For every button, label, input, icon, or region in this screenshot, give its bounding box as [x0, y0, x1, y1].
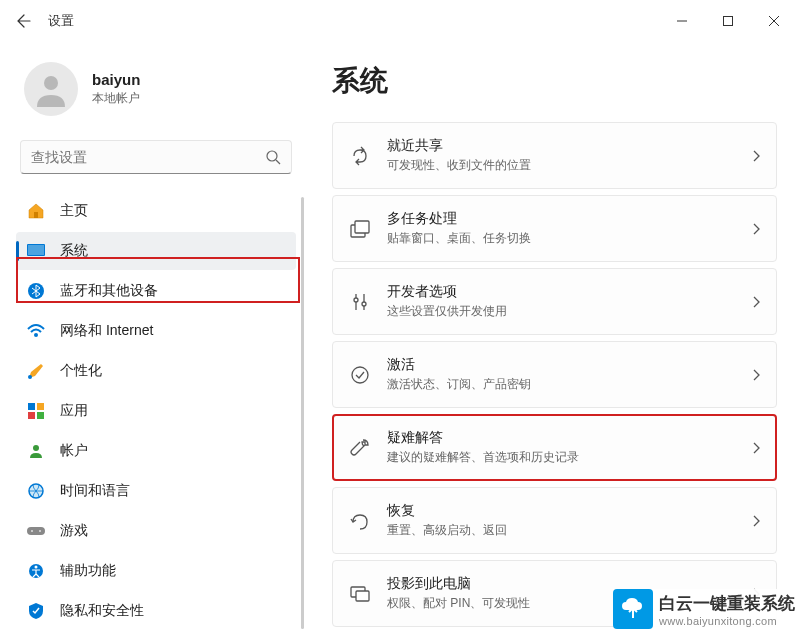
nav-label: 帐户	[60, 442, 88, 460]
nav-item-accessibility[interactable]: 辅助功能	[16, 552, 296, 590]
window-controls	[659, 5, 797, 37]
svg-point-23	[362, 302, 366, 306]
svg-rect-12	[37, 412, 44, 419]
watermark-url: www.baiyunxitong.com	[659, 615, 795, 627]
nav-item-home[interactable]: 主页	[16, 192, 296, 230]
card-title: 开发者选项	[387, 283, 740, 301]
bluetooth-icon	[26, 281, 46, 301]
troubleshoot-icon	[349, 437, 371, 459]
svg-rect-26	[356, 591, 369, 601]
svg-point-13	[33, 445, 39, 451]
svg-rect-15	[27, 527, 45, 535]
svg-rect-11	[28, 412, 35, 419]
privacy-icon	[26, 601, 46, 621]
projection-icon	[349, 583, 371, 605]
search-input[interactable]	[31, 149, 265, 165]
nav-item-gaming[interactable]: 游戏	[16, 512, 296, 550]
svg-point-16	[31, 530, 33, 532]
card-title: 就近共享	[387, 137, 740, 155]
card-title: 多任务处理	[387, 210, 740, 228]
card-activation[interactable]: 激活 激活状态、订阅、产品密钥	[332, 341, 777, 408]
nav-label: 主页	[60, 202, 88, 220]
nav-label: 应用	[60, 402, 88, 420]
minimize-icon	[677, 16, 687, 26]
card-desc: 建议的疑难解答、首选项和历史记录	[387, 449, 740, 466]
avatar-icon	[31, 69, 71, 109]
network-icon	[26, 321, 46, 341]
card-desc: 重置、高级启动、返回	[387, 522, 740, 539]
accounts-icon	[26, 441, 46, 461]
nav-label: 游戏	[60, 522, 88, 540]
chevron-right-icon	[752, 223, 760, 235]
activation-icon	[349, 364, 371, 386]
svg-rect-5	[28, 245, 44, 255]
card-desc: 可发现性、收到文件的位置	[387, 157, 740, 174]
maximize-button[interactable]	[705, 5, 751, 37]
personalization-icon	[26, 361, 46, 381]
main-content: 系统 就近共享 可发现性、收到文件的位置 多任务处理 贴靠窗口、桌面、任务切换 …	[308, 42, 805, 637]
sidebar-scrollbar[interactable]	[301, 197, 304, 629]
chevron-right-icon	[752, 369, 760, 381]
share-icon	[349, 145, 371, 167]
chevron-right-icon	[752, 150, 760, 162]
page-title: 系统	[332, 62, 777, 100]
svg-rect-21	[355, 221, 369, 233]
svg-point-24	[352, 367, 368, 383]
nav-item-bluetooth[interactable]: 蓝牙和其他设备	[16, 272, 296, 310]
card-desc: 激活状态、订阅、产品密钥	[387, 376, 740, 393]
card-title: 疑难解答	[387, 429, 740, 447]
card-nearby-sharing[interactable]: 就近共享 可发现性、收到文件的位置	[332, 122, 777, 189]
watermark: 白云一键重装系统 www.baiyunxitong.com	[613, 589, 795, 629]
watermark-logo-icon	[613, 589, 653, 629]
profile-section[interactable]: baiyun 本地帐户	[16, 42, 296, 140]
card-troubleshoot[interactable]: 疑难解答 建议的疑难解答、首选项和历史记录	[332, 414, 777, 481]
nav-item-system[interactable]: 系统	[16, 232, 296, 270]
accessibility-icon	[26, 561, 46, 581]
chevron-right-icon	[752, 442, 760, 454]
nav-item-privacy[interactable]: 隐私和安全性	[16, 592, 296, 630]
card-desc: 这些设置仅供开发使用	[387, 303, 740, 320]
nav-label: 网络和 Internet	[60, 322, 153, 340]
card-developer[interactable]: 开发者选项 这些设置仅供开发使用	[332, 268, 777, 335]
minimize-button[interactable]	[659, 5, 705, 37]
svg-point-19	[35, 566, 38, 569]
close-button[interactable]	[751, 5, 797, 37]
chevron-right-icon	[752, 296, 760, 308]
nav-item-network[interactable]: 网络和 Internet	[16, 312, 296, 350]
nav-item-personalization[interactable]: 个性化	[16, 352, 296, 390]
card-multitasking[interactable]: 多任务处理 贴靠窗口、桌面、任务切换	[332, 195, 777, 262]
svg-rect-9	[28, 403, 35, 410]
nav-item-timelanguage[interactable]: 时间和语言	[16, 472, 296, 510]
window-title: 设置	[48, 12, 74, 30]
username: baiyun	[92, 71, 140, 88]
card-recovery[interactable]: 恢复 重置、高级启动、返回	[332, 487, 777, 554]
maximize-icon	[723, 16, 733, 26]
nav-label: 辅助功能	[60, 562, 116, 580]
card-desc: 贴靠窗口、桌面、任务切换	[387, 230, 740, 247]
nav-label: 时间和语言	[60, 482, 130, 500]
titlebar: 设置	[0, 0, 805, 42]
nav-list: 主页 系统 蓝牙和其他设备 网络和 Internet 个性化 应用	[16, 192, 296, 630]
back-button[interactable]	[8, 5, 40, 37]
nav-item-apps[interactable]: 应用	[16, 392, 296, 430]
svg-point-22	[354, 298, 358, 302]
search-box[interactable]	[20, 140, 292, 174]
svg-rect-0	[724, 17, 733, 26]
nav-label: 隐私和安全性	[60, 602, 144, 620]
card-title: 激活	[387, 356, 740, 374]
svg-point-2	[267, 151, 277, 161]
nav-label: 系统	[60, 242, 88, 260]
nav-item-accounts[interactable]: 帐户	[16, 432, 296, 470]
home-icon	[26, 201, 46, 221]
search-icon	[265, 149, 281, 165]
close-icon	[769, 16, 779, 26]
nav-label: 个性化	[60, 362, 102, 380]
svg-rect-10	[37, 403, 44, 410]
watermark-text: 白云一键重装系统	[659, 592, 795, 615]
svg-rect-3	[34, 212, 38, 218]
time-language-icon	[26, 481, 46, 501]
card-title: 恢复	[387, 502, 740, 520]
recovery-icon	[349, 510, 371, 532]
back-arrow-icon	[16, 13, 32, 29]
svg-point-1	[44, 76, 58, 90]
